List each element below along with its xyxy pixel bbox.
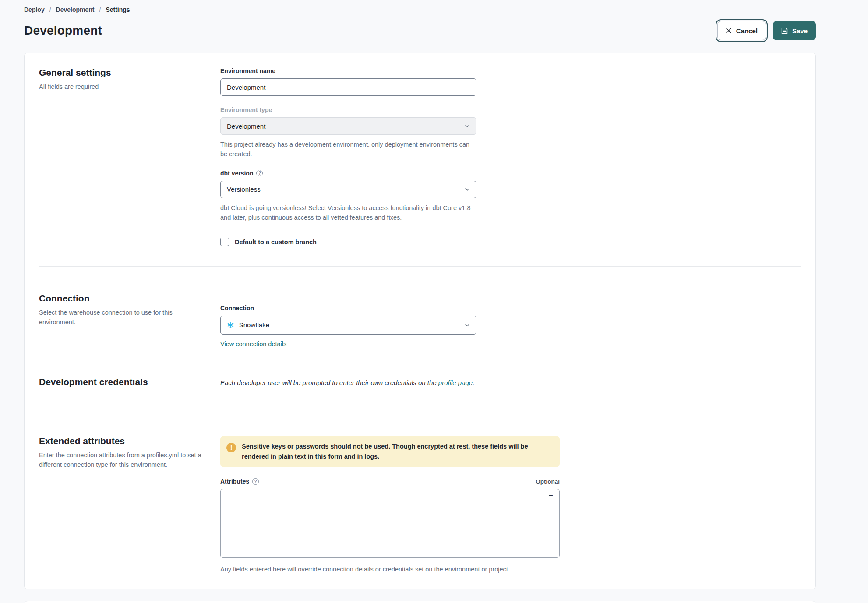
close-icon [726,28,732,34]
connection-intro: Connection Select the warehouse connecti… [39,293,220,327]
extended-attributes-heading: Extended attributes [39,436,210,446]
dbt-version-value: Versionless [227,186,261,193]
breadcrumb-settings: Settings [106,6,130,13]
cancel-button[interactable]: Cancel [717,21,766,40]
attributes-editor: − [220,489,560,560]
development-credentials-intro: Development credentials [39,377,220,392]
header-actions: Cancel Save [717,21,816,40]
attributes-label: Attributes ? [220,478,259,485]
collapse-fold-icon[interactable]: − [549,492,553,499]
development-credentials-note: Each developer user will be prompted to … [220,379,474,386]
breadcrumb: Deploy / Development / Settings [24,4,816,15]
breadcrumb-separator: / [49,6,51,13]
page-title: Development [24,24,102,38]
environment-name-label: Environment name [220,67,476,74]
help-icon[interactable]: ? [252,478,259,485]
development-credentials-heading: Development credentials [39,377,210,387]
credentials-note-text: Each developer user will be prompted to … [220,379,438,386]
page-header: Development Cancel Save [24,21,816,40]
section-divider [39,266,801,267]
connection-value: Snowflake [239,321,269,329]
chevron-down-icon [465,124,470,128]
settings-card: General settings All fields are required… [24,53,816,589]
attributes-helper: Any fields entered here will override co… [220,564,560,574]
breadcrumb-separator: / [99,6,101,13]
save-icon [781,28,788,34]
general-settings-section: General settings All fields are required… [39,67,801,246]
extended-attributes-section: Extended attributes Enter the connection… [39,436,801,575]
profile-page-link[interactable]: profile page [438,379,473,386]
custom-branch-checkbox[interactable] [220,238,229,246]
connection-label: Connection [220,305,476,312]
environment-type-field: Environment type Development This projec… [220,106,476,159]
connection-heading: Connection [39,293,210,304]
dbt-version-label-text: dbt version [220,170,253,177]
extended-attributes-subheading: Enter the connection attributes from a p… [39,451,210,470]
extended-attributes-form: ! Sensitive keys or passwords should not… [220,436,560,575]
connection-field: Connection ❄ Snowflake View connection d… [220,305,476,348]
help-icon[interactable]: ? [256,170,263,176]
environment-type-value: Development [227,123,265,130]
attributes-label-text: Attributes [220,478,249,485]
cancel-button-label: Cancel [736,27,758,35]
general-settings-intro: General settings All fields are required [39,67,220,92]
save-button[interactable]: Save [773,21,816,40]
environment-settings-page: Deploy / Development / Settings Developm… [0,0,868,603]
section-divider [39,410,801,410]
environment-type-help: This project already has a development e… [220,140,476,159]
general-settings-form: Environment name Environment type Develo… [220,67,476,246]
chevron-down-icon [465,188,470,191]
extended-attributes-intro: Extended attributes Enter the connection… [39,436,220,470]
dbt-version-help: dbt Cloud is going versionless! Select V… [220,203,476,223]
connection-subheading: Select the warehouse connection to use f… [39,308,210,327]
chevron-down-icon [465,323,470,327]
environment-type-select: Development [220,117,476,135]
snowflake-icon: ❄ [227,321,234,330]
connection-select[interactable]: ❄ Snowflake [220,316,476,335]
save-button-label: Save [792,27,808,35]
sensitive-keys-warning: ! Sensitive keys or passwords should not… [220,436,560,467]
warning-icon: ! [226,443,236,452]
development-credentials-section: Development credentials Each developer u… [39,377,801,392]
environment-name-input[interactable] [220,78,476,96]
environment-name-field: Environment name [220,67,476,96]
dbt-version-label: dbt version ? [220,170,476,177]
warning-text: Sensitive keys or passwords should not b… [242,442,551,462]
dbt-version-select[interactable]: Versionless [220,181,476,198]
attributes-label-row: Attributes ? Optional [220,478,560,485]
breadcrumb-development[interactable]: Development [56,6,95,13]
connection-form: Connection ❄ Snowflake View connection d… [220,305,476,348]
dbt-version-field: dbt version ? Versionless dbt Cloud is g… [220,170,476,223]
environment-type-label: Environment type [220,106,476,113]
custom-branch-label[interactable]: Default to a custom branch [235,238,317,245]
delete-environment-card: Click the button below to delete this en… [24,601,816,603]
view-connection-details-link[interactable]: View connection details [220,340,286,347]
breadcrumb-deploy[interactable]: Deploy [24,6,45,13]
connection-section: Connection Select the warehouse connecti… [39,293,801,348]
general-settings-heading: General settings [39,67,210,78]
optional-badge: Optional [536,478,560,485]
custom-branch-row: Default to a custom branch [220,238,476,246]
general-settings-subheading: All fields are required [39,82,210,92]
credentials-note-period: . [473,379,474,386]
attributes-textarea[interactable] [220,489,560,558]
